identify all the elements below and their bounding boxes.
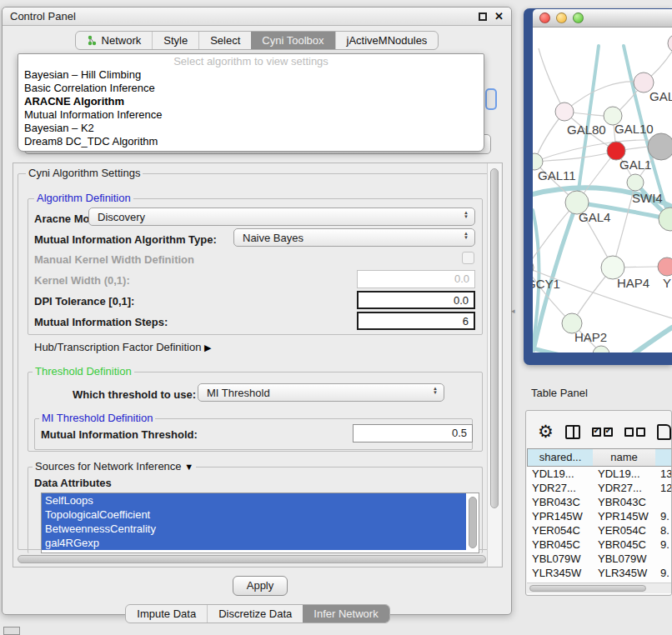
kernel-width-field[interactable]: 0.0: [357, 270, 475, 288]
tab-select[interactable]: Select: [198, 32, 251, 49]
network-node-gal11[interactable]: [533, 153, 543, 170]
table-cell: YBL079W: [598, 552, 656, 566]
table-cell: YDL19...: [598, 467, 656, 481]
table-panel-title: Table Panel: [531, 387, 588, 399]
table-row[interactable]: YBL079WYBL079W: [527, 552, 672, 566]
mi-steps-field[interactable]: 6: [357, 312, 475, 330]
apply-button[interactable]: Apply: [233, 576, 288, 596]
tab-network[interactable]: Network: [76, 32, 153, 49]
bottom-tab-impute-data[interactable]: Impute Data: [126, 605, 207, 622]
tab-style[interactable]: Style: [152, 32, 198, 49]
network-canvas[interactable]: GALGAL80GAL10GAL1GAL11GAL4SWI4HAP4YGCY1H…: [533, 28, 672, 352]
tab-label: Cyni Toolbox: [262, 34, 323, 47]
network-node[interactable]: [668, 34, 672, 52]
collapsed-panel-icon[interactable]: [3, 627, 20, 635]
table-cell: YBR043C: [532, 495, 594, 509]
minimize-traffic-icon[interactable]: [556, 12, 567, 23]
table-row[interactable]: YBR043CYBR043C: [527, 495, 672, 509]
algorithm-combo-arrow-fragment[interactable]: [485, 88, 497, 110]
which-threshold-label: Which threshold to use:: [73, 388, 196, 401]
network-node[interactable]: [648, 133, 672, 160]
desktop: Control Panel ✕ NetworkStyleSelectCyni T…: [0, 0, 672, 635]
network-node-y[interactable]: [658, 258, 672, 276]
column-header-shared[interactable]: shared...: [527, 448, 594, 467]
algorithm-option[interactable]: Bayesian – Hill Climbing: [18, 68, 484, 82]
table-hscroll-thumb[interactable]: [529, 585, 646, 592]
tab-label: Style: [163, 34, 188, 47]
mi-threshold-field[interactable]: 0.5: [353, 424, 473, 442]
export-table-icon[interactable]: [657, 424, 671, 440]
algorithm-option[interactable]: Dream8 DC_TDC Algorithm: [18, 135, 484, 148]
close-traffic-icon[interactable]: [539, 12, 550, 23]
attribute-list-scrollbar[interactable]: [469, 497, 477, 548]
gear-icon[interactable]: ⚙: [538, 422, 554, 441]
zoom-traffic-icon[interactable]: [573, 12, 584, 23]
algorithm-option[interactable]: Mutual Information Inference: [18, 108, 484, 122]
table-row[interactable]: YER054CYER054C8.: [527, 523, 672, 538]
node-label: Y: [663, 276, 671, 290]
vertical-scrollbar-thumb[interactable]: [490, 168, 499, 508]
tab-jactivemnodules[interactable]: jActiveMNodules: [335, 32, 439, 49]
algorithm-option[interactable]: ARACNE Algorithm: [18, 95, 484, 108]
node-label: SWI4: [632, 191, 663, 205]
table-row[interactable]: YPR145WYPR145W9.: [527, 509, 672, 523]
attribute-item[interactable]: SelfLoops: [42, 493, 466, 508]
dpi-tolerance-label: DPI Tolerance [0,1]:: [34, 295, 134, 308]
select-all-checkboxes-icon[interactable]: [592, 428, 613, 437]
attribute-item[interactable]: gal4RGexp: [42, 536, 466, 550]
tab-cyni-toolbox[interactable]: Cyni Toolbox: [251, 32, 334, 49]
manual-kernel-label: Manual Kernel Width Definition: [34, 253, 194, 266]
table-cell: 9.: [660, 566, 672, 580]
network-node-gcy1[interactable]: [533, 259, 534, 276]
network-window-titlebar[interactable]: [533, 9, 672, 28]
close-icon[interactable]: ✕: [494, 12, 504, 21]
node-label: GAL1: [619, 158, 651, 172]
attribute-item[interactable]: BetweennessCentrality: [42, 522, 466, 536]
data-attributes-list[interactable]: SelfLoopsTopologicalCoefficientBetweenne…: [41, 492, 479, 553]
split-columns-icon[interactable]: [565, 425, 580, 439]
aracne-mode-combo[interactable]: Discovery ▲▼: [88, 208, 475, 226]
table-cell: YBR045C: [532, 538, 594, 552]
bottom-tab-bar: Impute DataDiscretize DataInfer Network: [3, 604, 513, 623]
attribute-item[interactable]: TopologicalCoefficient: [42, 508, 466, 522]
vertical-scrollbar-track[interactable]: [487, 163, 501, 567]
hub-definition-toggle[interactable]: Hub/Transcription Factor Definition ▶: [34, 341, 211, 353]
algorithm-option[interactable]: Bayesian – K2: [18, 122, 484, 135]
table-row[interactable]: YDL19...YDL19...13: [527, 467, 672, 481]
horizontal-scrollbar[interactable]: [18, 555, 486, 563]
tab-label: jActiveMNodules: [347, 34, 428, 47]
manual-kernel-checkbox[interactable]: [462, 252, 474, 264]
table-cell: 9.: [660, 509, 672, 523]
which-threshold-combo[interactable]: MI Threshold ▲▼: [198, 383, 444, 402]
bottom-tab-discretize-data[interactable]: Discretize Data: [207, 605, 303, 622]
network-node-gal80[interactable]: [555, 102, 574, 121]
table-cell: YDL19...: [532, 467, 594, 481]
column-header-name[interactable]: name: [593, 448, 656, 467]
table-cell: YLR345W: [598, 566, 656, 580]
algorithm-option[interactable]: Basic Correlation Inference: [18, 82, 484, 95]
table-row[interactable]: YLR345WYLR345W9.: [527, 566, 672, 580]
network-icon: [87, 35, 98, 46]
mi-type-combo[interactable]: Naive Bayes ▲▼: [233, 228, 475, 247]
table-cell: YBR043C: [598, 495, 656, 509]
table-horizontal-scrollbar[interactable]: [527, 582, 671, 593]
float-window-icon[interactable]: [479, 12, 487, 21]
node-label: GCY1: [533, 277, 560, 291]
deselect-all-checkboxes-icon[interactable]: [624, 428, 645, 437]
table-toolbar: ⚙: [526, 419, 671, 444]
sources-group-toggle[interactable]: Sources for Network Inference ▼: [33, 461, 196, 472]
control-panel-titlebar[interactable]: Control Panel ✕: [3, 8, 511, 26]
mi-threshold-label: Mutual Information Threshold:: [41, 428, 198, 441]
table-row[interactable]: YBR045CYBR045C9.: [527, 538, 672, 552]
dpi-tolerance-field[interactable]: 0.0: [357, 291, 475, 309]
mi-steps-label: Mutual Information Steps:: [34, 316, 168, 328]
splitter-arrow-icon[interactable]: ◂: [511, 307, 515, 315]
combo-arrows-icon: ▲▼: [464, 232, 469, 240]
table-row[interactable]: YDR27...YDR27...12: [527, 481, 672, 495]
bottom-tab-infer-network[interactable]: Infer Network: [303, 605, 389, 622]
column-header-a[interactable]: A: [655, 448, 672, 467]
node-label: GAL4: [579, 210, 610, 224]
network-node-swi4[interactable]: [627, 174, 644, 191]
table-cell: YPR145W: [532, 509, 594, 523]
node-label: HAP4: [617, 276, 649, 290]
